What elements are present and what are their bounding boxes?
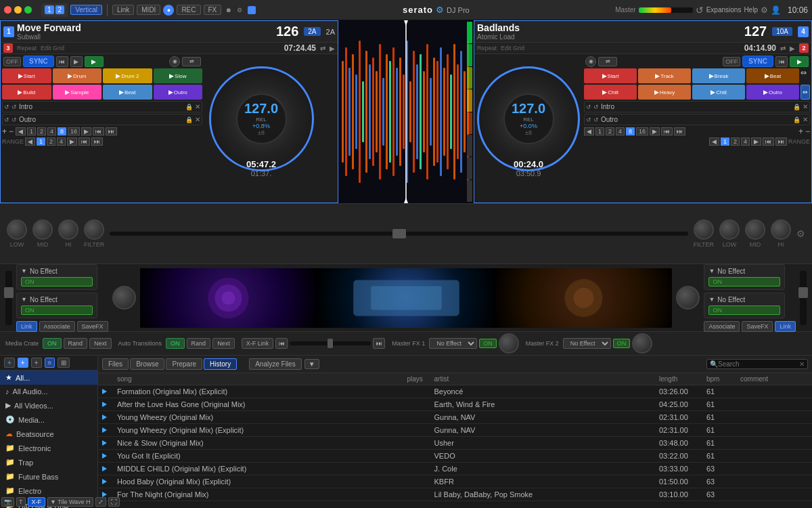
- rec-btn[interactable]: REC: [177, 5, 200, 15]
- deck1-range2-2[interactable]: 2: [47, 137, 55, 146]
- sidebar-item-media[interactable]: 💿 Media...: [0, 412, 97, 427]
- deck2-range-1[interactable]: 1: [595, 127, 604, 135]
- deck2-loop-toggle[interactable]: ⇄: [598, 57, 617, 66]
- deck1-expand-icon[interactable]: ▶: [330, 45, 335, 52]
- deck1-range2-1[interactable]: 1: [37, 137, 45, 146]
- table-row[interactable]: Nice & Slow (Original Mix) Usher 03:48.0…: [98, 437, 812, 450]
- deck1-off-btn[interactable]: OFF: [3, 57, 21, 66]
- deck1-range2-back2[interactable]: ⏮: [78, 137, 90, 146]
- d2-hotcue-chill[interactable]: ▶Chill: [584, 85, 637, 100]
- table-row[interactable]: After the Love Has Gone (Original Mix) E…: [98, 398, 812, 411]
- fx-right-vol-handle[interactable]: [798, 287, 808, 298]
- deck1-loop-toggle[interactable]: ⇄: [182, 57, 201, 66]
- d2-toggle-btn[interactable]: ⇔: [800, 68, 810, 83]
- deck1-range-fwd[interactable]: ▶: [81, 127, 91, 135]
- tab-history[interactable]: History: [204, 358, 237, 370]
- sidebar-item-electronic[interactable]: 📁 Electronic: [0, 441, 97, 455]
- fx-on-right2[interactable]: ON: [708, 305, 780, 315]
- fx-knob-right[interactable]: [676, 286, 700, 310]
- col-song[interactable]: song: [113, 373, 403, 385]
- fx-link-btn-right[interactable]: Link: [775, 321, 796, 332]
- deck2-rem-loop-btn[interactable]: −: [805, 127, 810, 136]
- media-crate-on-btn[interactable]: ON: [43, 338, 62, 349]
- fx-btn[interactable]: FX: [204, 5, 222, 15]
- add-crate-btn[interactable]: +: [4, 358, 15, 368]
- deck1-outro-close[interactable]: ✕: [195, 116, 200, 123]
- deck2-play-btn[interactable]: ▶: [790, 56, 809, 67]
- deck1-play-btn[interactable]: ▶: [85, 56, 104, 67]
- sidebar-item-audio[interactable]: ♪ All Audio...: [0, 385, 97, 398]
- deck1-range-2[interactable]: 2: [37, 127, 46, 135]
- deck1-range-8[interactable]: 8: [58, 127, 66, 135]
- deck2-range2-fwd[interactable]: ▶: [751, 137, 761, 146]
- close-button[interactable]: [4, 6, 12, 14]
- col-comment[interactable]: comment: [736, 373, 812, 385]
- table-row[interactable]: Young Wheezy (Original Mix) (Explicit) G…: [98, 424, 812, 437]
- deck2-expand-icon[interactable]: ▶: [790, 45, 795, 52]
- fx-link-btn-left[interactable]: Link: [16, 321, 37, 332]
- deck1-range2-fwd[interactable]: ▶: [67, 137, 77, 146]
- record-indicator[interactable]: ●: [163, 5, 174, 16]
- grid-view-btn[interactable]: ⊞: [58, 358, 70, 368]
- deck2-range2-fwd2[interactable]: ⏭: [775, 137, 787, 146]
- mid-knob-right-control[interactable]: [745, 219, 765, 240]
- deck2-range-16[interactable]: 16: [636, 127, 648, 135]
- crossfader-handle[interactable]: [392, 229, 406, 238]
- deck2-time-icon[interactable]: ⇄: [780, 45, 786, 52]
- deck2-add-loop-btn[interactable]: +: [798, 127, 803, 136]
- deck2-range-back2[interactable]: ⏮: [661, 127, 673, 135]
- deck1-range-back2[interactable]: ⏮: [93, 127, 104, 135]
- midi-btn[interactable]: MIDI: [137, 5, 160, 15]
- hotcue-slow[interactable]: ▶Slow: [154, 68, 203, 83]
- deck-1-btn[interactable]: 1: [45, 5, 54, 14]
- analyze-files-btn[interactable]: Analyze Files: [249, 358, 301, 370]
- table-row[interactable]: Hood Baby (Original Mix) (Explicit) KBFR…: [98, 475, 812, 488]
- col-bpm[interactable]: bpm: [702, 373, 736, 385]
- add-btn[interactable]: +: [248, 6, 255, 14]
- fx-left-vol-handle[interactable]: [4, 287, 14, 298]
- vertical-mode-btn[interactable]: Vertical: [70, 5, 102, 15]
- d2-hotcue-track[interactable]: ▶Track: [638, 68, 691, 83]
- auto-trans-on-btn[interactable]: ON: [166, 338, 185, 349]
- deck2-edit-grid[interactable]: Edit Grid: [501, 45, 524, 51]
- hotcue-drum[interactable]: ▶Drum: [53, 68, 102, 83]
- table-row[interactable]: You Got It (Explicit) VEDO 03:22.00 61: [98, 450, 812, 463]
- hotcue-sample[interactable]: ▶Sample: [53, 85, 102, 100]
- master-fx1-dropdown[interactable]: No Effect: [429, 338, 477, 349]
- add-smart-crate-btn[interactable]: +: [18, 358, 28, 368]
- deck2-sync-btn[interactable]: SYNC: [742, 56, 773, 67]
- d2-toggle-btn2[interactable]: ⇔: [800, 85, 810, 100]
- user-icon[interactable]: 👤: [771, 5, 781, 15]
- sidebar-item-electro[interactable]: 📁 Electro: [0, 484, 97, 498]
- tab-files[interactable]: Files: [102, 358, 129, 370]
- media-crate-next-btn[interactable]: Next: [89, 338, 112, 349]
- deck1-range-1[interactable]: 1: [27, 127, 36, 135]
- deck1-edit-grid[interactable]: Edit Grid: [41, 45, 64, 51]
- sidebar-item-all[interactable]: ★ All...: [0, 371, 97, 385]
- analyze-settings-btn[interactable]: ▼: [304, 359, 319, 369]
- expansions-btn[interactable]: Expansions: [706, 6, 742, 14]
- link-btn[interactable]: Link: [112, 5, 134, 15]
- xf-slider[interactable]: [290, 341, 371, 345]
- fx-savefx-btn-right[interactable]: SaveFX: [742, 321, 773, 332]
- refresh-icon[interactable]: ↺: [696, 5, 704, 16]
- master-fx2-knob[interactable]: [632, 333, 652, 354]
- col-artist[interactable]: artist: [430, 373, 655, 385]
- hotcue-drum2[interactable]: ▶Drum 2: [103, 68, 152, 83]
- col-length[interactable]: length: [655, 373, 702, 385]
- media-crate-rand-btn[interactable]: Rand: [64, 338, 88, 349]
- fx-associate-btn-left[interactable]: Associate: [39, 321, 75, 332]
- deck2-range-8[interactable]: 8: [626, 127, 635, 135]
- fx-left-vol-slider[interactable]: [5, 271, 12, 325]
- col-plays[interactable]: plays: [403, 373, 430, 385]
- master-fx1-knob[interactable]: [499, 333, 519, 354]
- fx-knob-left[interactable]: [112, 286, 136, 310]
- maximize-button[interactable]: [24, 6, 32, 14]
- tab-prepare[interactable]: Prepare: [166, 358, 202, 370]
- deck1-knob[interactable]: ◉: [169, 56, 180, 67]
- hi-knob-left-control[interactable]: [58, 219, 78, 240]
- hotcue-start[interactable]: ▶Start: [2, 68, 51, 83]
- search-clear-btn[interactable]: ✕: [799, 360, 805, 368]
- xf-slider-handle[interactable]: [328, 339, 333, 348]
- deck2-range-back[interactable]: ◀: [584, 127, 594, 135]
